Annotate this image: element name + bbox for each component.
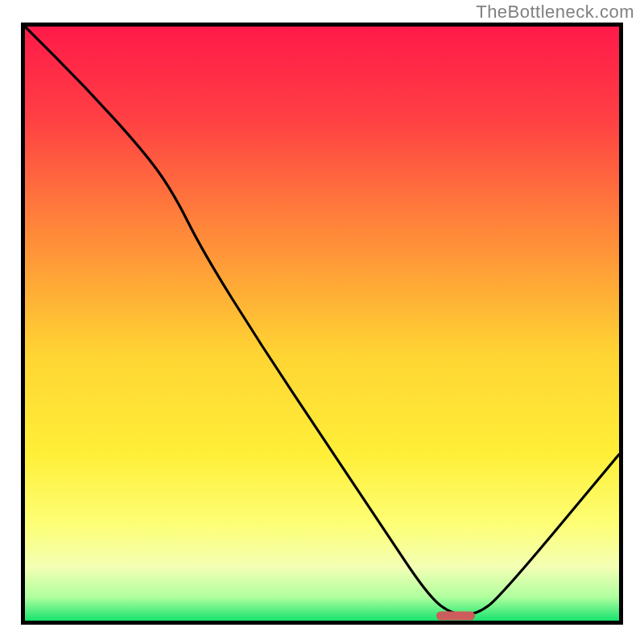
- optimal-marker: [436, 612, 475, 621]
- watermark-text: TheBottleneck.com: [476, 2, 634, 23]
- chart-svg: [25, 27, 619, 621]
- chart-area: [21, 23, 623, 625]
- plot-inner: [25, 27, 619, 621]
- gradient-background: [25, 27, 619, 621]
